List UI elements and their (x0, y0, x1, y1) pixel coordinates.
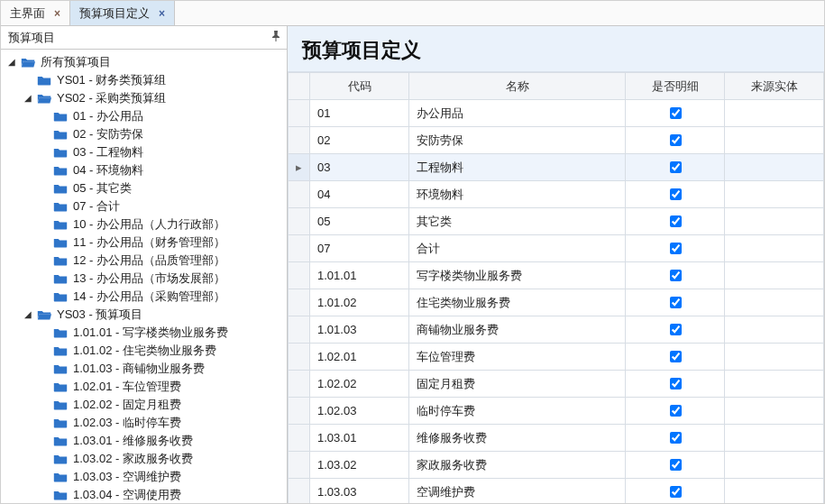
tab[interactable]: 主界面× (1, 1, 70, 25)
detail-checkbox[interactable] (670, 378, 682, 389)
table-row[interactable]: 1.01.01写字楼类物业服务费 (289, 262, 824, 289)
cell-detail[interactable] (626, 208, 725, 235)
cell-detail[interactable] (626, 289, 725, 316)
cell-name[interactable]: 维修服务收费 (409, 425, 626, 452)
pin-icon[interactable] (270, 30, 281, 45)
tree-node[interactable]: ·1.03.04 - 空调使用费 (37, 486, 287, 503)
tree-node[interactable]: ·10 - 办公用品（人力行政部） (37, 215, 287, 234)
cell-name[interactable]: 环境物料 (409, 181, 626, 208)
tree-node[interactable]: ·1.02.02 - 固定月租费 (37, 396, 287, 414)
cell-name[interactable]: 工程物料 (409, 154, 626, 181)
cell-detail[interactable] (626, 479, 725, 504)
cell-code[interactable]: 02 (310, 127, 409, 154)
cell-source[interactable] (725, 316, 824, 344)
row-header[interactable] (289, 344, 310, 371)
cell-name[interactable]: 临时停车费 (409, 398, 626, 425)
tree-node[interactable]: ·1.03.03 - 空调维护费 (37, 468, 287, 486)
cell-source[interactable] (725, 452, 824, 479)
cell-detail[interactable] (626, 344, 725, 371)
detail-checkbox[interactable] (670, 297, 682, 308)
cell-detail[interactable] (626, 452, 725, 479)
table-row[interactable]: 1.02.01车位管理费 (289, 344, 824, 371)
row-header[interactable] (289, 208, 310, 235)
cell-code[interactable]: 03 (310, 154, 409, 181)
tree-node[interactable]: ◢YS03 - 预算项目 (21, 306, 287, 324)
column-header-source[interactable]: 来源实体 (725, 73, 824, 100)
row-header[interactable] (289, 316, 310, 344)
cell-detail[interactable] (626, 235, 725, 262)
table-row[interactable]: 1.02.03临时停车费 (289, 398, 824, 425)
row-header[interactable] (289, 452, 310, 479)
tree-node[interactable]: ·07 - 合计 (37, 197, 287, 215)
cell-code[interactable]: 1.01.01 (310, 262, 409, 289)
column-header-detail[interactable]: 是否明细 (626, 73, 725, 100)
tree-node[interactable]: ·13 - 办公用品（市场发展部） (37, 270, 287, 288)
detail-checkbox[interactable] (670, 432, 682, 444)
cell-code[interactable]: 01 (310, 100, 409, 127)
column-header-code[interactable]: 代码 (310, 73, 409, 100)
row-header[interactable] (289, 262, 310, 289)
cell-source[interactable] (725, 425, 824, 452)
detail-checkbox[interactable] (670, 215, 682, 227)
table-row[interactable]: 04环境物料 (289, 181, 824, 208)
detail-checkbox[interactable] (670, 107, 682, 119)
cell-code[interactable]: 07 (310, 235, 409, 262)
cell-name[interactable]: 商铺物业服务费 (409, 316, 626, 344)
tree-node[interactable]: ·02 - 安防劳保 (37, 125, 287, 143)
cell-name[interactable]: 写字楼类物业服务费 (409, 262, 626, 289)
cell-detail[interactable] (626, 181, 725, 208)
collapse-icon[interactable]: ◢ (6, 58, 17, 67)
detail-checkbox[interactable] (670, 270, 682, 281)
cell-name[interactable]: 住宅类物业服务费 (409, 289, 626, 316)
detail-checkbox[interactable] (670, 405, 682, 417)
table-row[interactable]: 07合计 (289, 235, 824, 262)
cell-source[interactable] (725, 181, 824, 208)
row-header[interactable] (289, 479, 310, 504)
cell-detail[interactable] (626, 425, 725, 452)
cell-detail[interactable] (626, 316, 725, 344)
table-row[interactable]: 05其它类 (289, 208, 824, 235)
cell-code[interactable]: 1.02.01 (310, 344, 409, 371)
cell-source[interactable] (725, 262, 824, 289)
cell-detail[interactable] (626, 154, 725, 181)
tree-node[interactable]: ·1.03.02 - 家政服务收费 (37, 450, 287, 468)
close-icon[interactable]: × (159, 7, 165, 20)
row-header[interactable]: ▸ (289, 154, 310, 181)
table-row[interactable]: 1.03.02家政服务收费 (289, 452, 824, 479)
cell-source[interactable] (725, 344, 824, 371)
cell-source[interactable] (725, 398, 824, 425)
cell-code[interactable]: 1.01.03 (310, 316, 409, 344)
row-header[interactable] (289, 181, 310, 208)
tree-node[interactable]: ·1.02.01 - 车位管理费 (37, 378, 287, 396)
cell-source[interactable] (725, 154, 824, 181)
column-header-rowhdr[interactable] (289, 73, 310, 100)
table-row[interactable]: 02安防劳保 (289, 127, 824, 154)
table-row[interactable]: 1.02.02固定月租费 (289, 371, 824, 398)
table-row[interactable]: 1.03.03空调维护费 (289, 479, 824, 504)
cell-source[interactable] (725, 208, 824, 235)
tree-node[interactable]: ·01 - 办公用品 (37, 107, 287, 125)
tree-node[interactable]: ·1.01.01 - 写字楼类物业服务费 (37, 324, 287, 342)
cell-code[interactable]: 1.03.01 (310, 425, 409, 452)
cell-source[interactable] (725, 371, 824, 398)
tab[interactable]: 预算项目定义× (70, 1, 175, 25)
table-row[interactable]: 1.01.03商铺物业服务费 (289, 316, 824, 344)
cell-name[interactable]: 空调维护费 (409, 479, 626, 504)
row-header[interactable] (289, 371, 310, 398)
detail-checkbox[interactable] (670, 351, 682, 362)
detail-checkbox[interactable] (670, 243, 682, 254)
cell-name[interactable]: 合计 (409, 235, 626, 262)
tree[interactable]: ◢所有预算项目·YS01 - 财务类预算组◢YS02 - 采购类预算组·01 -… (1, 50, 287, 503)
row-header[interactable] (289, 425, 310, 452)
tree-node[interactable]: ·12 - 办公用品（品质管理部） (37, 252, 287, 270)
table-row[interactable]: ▸03工程物料 (289, 154, 824, 181)
row-header[interactable] (289, 127, 310, 154)
cell-detail[interactable] (626, 371, 725, 398)
grid-wrap[interactable]: 代码 名称 是否明细 来源实体 01办公用品02安防劳保▸03工程物料04环境物… (288, 72, 824, 503)
cell-source[interactable] (725, 235, 824, 262)
tree-node[interactable]: ◢所有预算项目 (5, 53, 287, 71)
detail-checkbox[interactable] (670, 161, 682, 173)
cell-name[interactable]: 固定月租费 (409, 371, 626, 398)
tree-node[interactable]: ·11 - 办公用品（财务管理部） (37, 234, 287, 252)
tree-node[interactable]: ·14 - 办公用品（采购管理部） (37, 288, 287, 306)
